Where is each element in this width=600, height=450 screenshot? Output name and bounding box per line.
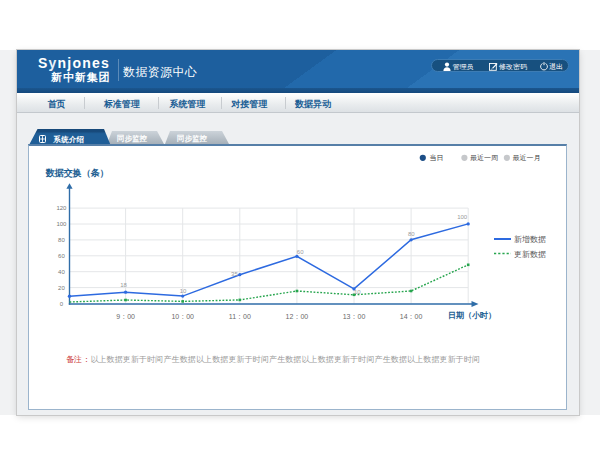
svg-text:10: 10 bbox=[180, 288, 187, 294]
svg-text:14：00: 14：00 bbox=[400, 313, 423, 320]
svg-text:20: 20 bbox=[58, 285, 65, 291]
svg-text:100: 100 bbox=[56, 221, 67, 227]
svg-text:更新数据: 更新数据 bbox=[514, 250, 546, 259]
svg-text:120: 120 bbox=[56, 205, 67, 211]
svg-text:最近一月: 最近一月 bbox=[513, 154, 541, 162]
svg-text:备注：以上数据更新于时间产生数据以上数据更新于时间产生数据以: 备注：以上数据更新于时间产生数据以上数据更新于时间产生数据以上数据更新于时间产生… bbox=[66, 355, 480, 364]
svg-text:12：00: 12：00 bbox=[286, 313, 309, 320]
svg-text:80: 80 bbox=[58, 237, 65, 243]
svg-text:60: 60 bbox=[297, 249, 304, 255]
svg-text:当日: 当日 bbox=[430, 154, 444, 162]
svg-text:35: 35 bbox=[231, 271, 238, 277]
svg-text:数据交换（条）: 数据交换（条） bbox=[45, 168, 109, 178]
svg-text:10：00: 10：00 bbox=[171, 313, 194, 320]
svg-text:60: 60 bbox=[58, 253, 65, 259]
svg-text:80: 80 bbox=[408, 231, 415, 237]
svg-text:13：00: 13：00 bbox=[343, 313, 366, 320]
svg-text:11：00: 11：00 bbox=[229, 313, 251, 320]
svg-text:9：00: 9：00 bbox=[116, 313, 135, 320]
svg-text:18: 18 bbox=[120, 282, 127, 288]
svg-text:0: 0 bbox=[60, 301, 64, 307]
svg-text:100: 100 bbox=[457, 214, 468, 220]
svg-text:最近一周: 最近一周 bbox=[470, 154, 498, 161]
svg-text:日期（小时）: 日期（小时） bbox=[448, 311, 496, 320]
svg-text:40: 40 bbox=[58, 269, 65, 275]
svg-text:10: 10 bbox=[354, 289, 361, 295]
svg-text:新增数据: 新增数据 bbox=[514, 235, 546, 244]
